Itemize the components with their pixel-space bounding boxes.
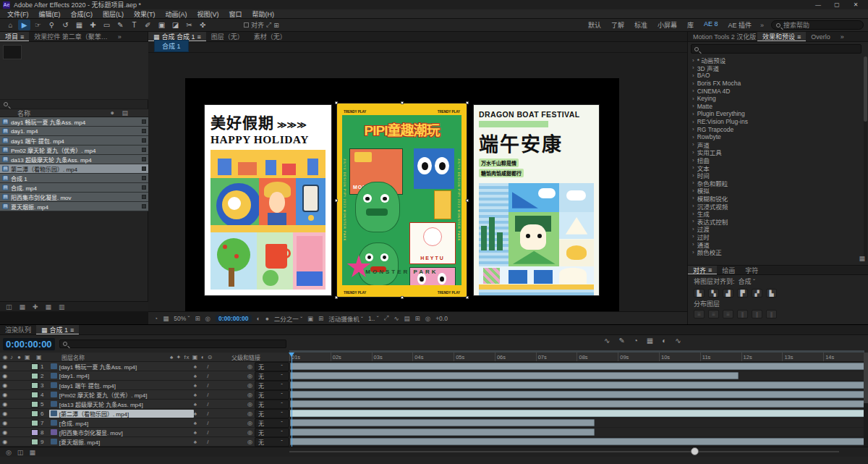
layer-row[interactable]: ◉ 2 [day1. mp4] ♠ / ◎ 无ˇ — [0, 371, 289, 381]
project-file-row[interactable]: ▤ 夏天烟振. mp4 — [0, 202, 148, 211]
snap-icon-a[interactable]: ⤢ — [266, 21, 271, 29]
toolbar-tool-icon[interactable]: ▭ — [101, 20, 113, 30]
chevron-right-icon[interactable]: › — [692, 103, 694, 109]
magnification-icon[interactable]: ▦ — [163, 315, 169, 322]
layer-name[interactable]: [Pm02 摩天轮 夏九（优秀）. mp4] — [49, 391, 194, 399]
effects-category-row[interactable]: › 过时 — [689, 233, 861, 241]
pickwhip-icon[interactable]: ◎ — [247, 429, 252, 436]
timeline-zoom-slider[interactable] — [289, 451, 839, 452]
layer-parent[interactable]: ◎ 无ˇ — [247, 409, 289, 418]
layer-switches[interactable]: ♠ / — [194, 420, 247, 426]
toolbar-tool-icon[interactable]: ⌂ — [4, 20, 17, 30]
selection-handle[interactable] — [335, 296, 338, 299]
distribute-bottom-button[interactable]: ≡ — [723, 310, 733, 319]
frame-blend-icon[interactable]: ▦ — [647, 337, 653, 345]
layer-duration-bar[interactable] — [290, 391, 865, 398]
effects-category-row[interactable]: › Rowbyte — [689, 133, 861, 141]
project-file-row[interactable]: ▤ day1 端午 提包. mp4 — [0, 136, 148, 145]
project-file-row[interactable]: ▤ day1 畅玩一夏 九条Ass. mp4 — [0, 117, 148, 127]
chevron-right-icon[interactable]: › — [692, 141, 694, 148]
selection-handle[interactable] — [401, 101, 404, 104]
layer-bar-row[interactable] — [289, 362, 864, 371]
layer-name[interactable]: [day1 端午 提包. mp4] — [49, 381, 194, 389]
tab-paint[interactable]: 绘画 — [717, 266, 740, 274]
pickwhip-icon[interactable]: ◎ — [247, 439, 252, 445]
layer-label-chip[interactable] — [31, 373, 38, 379]
toolbar-tool-icon[interactable]: ✎ — [114, 20, 127, 30]
layer-name[interactable]: [阳西集市剑化凝显. mov] — [49, 429, 194, 436]
chevron-right-icon[interactable]: › — [692, 195, 694, 201]
graph-editor-icon[interactable]: ∿ — [675, 337, 681, 345]
effects-category-row[interactable]: › 过渡 — [689, 225, 861, 233]
poster-happy-holiday[interactable]: 美好假期 ≫≫≫ HAPPY HOLIDAY — [205, 105, 331, 295]
timeline-timecode[interactable]: 0:00:00:00 — [3, 338, 55, 350]
toolbar-tool-icon[interactable]: ✐ — [142, 20, 154, 30]
help-search[interactable]: 搜索帮助 — [771, 20, 864, 30]
file-label-chip[interactable] — [142, 157, 146, 161]
layer-name[interactable]: [夏天烟振. mp4] — [49, 438, 194, 446]
chevron-right-icon[interactable]: › — [692, 80, 694, 87]
distribute-left-button[interactable]: ∥ — [737, 310, 748, 319]
chevron-right-icon[interactable]: › — [692, 172, 694, 179]
grid-options-icon[interactable]: ⊞ — [195, 315, 200, 322]
zoom-level[interactable]: 50% ˇ — [174, 315, 190, 322]
fast-previews-icon[interactable]: ∿ — [393, 315, 399, 322]
tab-overflow-icon[interactable]: » — [113, 32, 127, 41]
selection-handle[interactable] — [335, 101, 338, 104]
pickwhip-icon[interactable]: ◎ — [247, 410, 252, 417]
layer-parent[interactable]: ◎ 无ˇ — [247, 390, 289, 400]
chevron-right-icon[interactable]: › — [692, 203, 694, 209]
layer-name-column[interactable]: 图层名称 — [61, 353, 170, 361]
layer-name[interactable]: [day1 畅玩一夏 九条Ass. mp4] — [49, 363, 194, 371]
effects-category-row[interactable]: › 颜色校正 — [689, 248, 861, 256]
tab-project[interactable]: 项目≡ — [0, 32, 29, 41]
maximize-button[interactable]: ▢ — [827, 1, 846, 8]
layer-parent[interactable]: ◎ 无ˇ — [247, 381, 289, 390]
layer-bar-row[interactable] — [289, 437, 864, 447]
toolbar-tool-icon[interactable]: ✚ — [87, 20, 99, 30]
layer-switches[interactable]: ♠ / — [194, 363, 247, 370]
layer-row[interactable]: ◉ 1 [day1 畅玩一夏 九条Ass. mp4] ♠ / ◎ 无ˇ — [0, 362, 289, 371]
parent-link-column[interactable]: 父级和链接 — [231, 353, 260, 361]
workspace-item[interactable]: 默认 — [588, 20, 601, 30]
distribute-top-button[interactable]: ≡ — [694, 310, 705, 319]
layer-row[interactable]: ◉ 4 [Pm02 摩天轮 夏九（优秀）. mp4] ♠ / ◎ 无ˇ — [0, 390, 289, 400]
exposure-icon[interactable]: ◎ — [425, 315, 430, 322]
layer-row[interactable]: ◉ 8 [阳西集市剑化凝显. mov] ♠ / ◎ 无ˇ — [0, 428, 289, 437]
layer-parent[interactable]: ◎ 无ˇ — [247, 418, 289, 428]
pickwhip-icon[interactable]: ◎ — [247, 392, 252, 398]
tab-effect-controls[interactable]: 效果控件 第二章（聚苯… — [29, 32, 113, 41]
file-label-chip[interactable] — [142, 195, 146, 199]
workspace-item[interactable]: AE 8 — [704, 20, 718, 30]
layer-switches[interactable]: ♠ / — [194, 439, 247, 445]
layer-eye-icon[interactable]: ◉ — [0, 439, 10, 445]
layer-duration-bar[interactable] — [290, 429, 595, 436]
file-label-chip[interactable] — [142, 166, 146, 171]
chevron-right-icon[interactable]: › — [692, 218, 694, 224]
always-preview-icon[interactable]: ◔ — [154, 315, 158, 322]
effects-category-row[interactable]: › 文本 — [689, 164, 861, 172]
list-view-icon[interactable]: ◫ — [6, 303, 12, 311]
layer-row[interactable]: ◉ 3 [day1 端午 提包. mp4] ♠ / ◎ 无ˇ — [0, 381, 289, 390]
chevron-right-icon[interactable]: › — [692, 249, 694, 256]
layer-label-chip[interactable] — [31, 429, 38, 436]
tab-render-queue[interactable]: 渲染队列 — [0, 325, 36, 334]
layer-row[interactable]: ◉ 9 [夏天烟振. mp4] ♠ / ◎ 无ˇ — [0, 437, 289, 447]
layer-bar-row[interactable] — [289, 381, 864, 390]
layer-parent[interactable]: ◎ 无ˇ — [247, 437, 289, 447]
project-file-row[interactable]: ▤ 阳西集市剑化凝显. mov — [0, 193, 148, 202]
draft3d-icon[interactable]: ✎ — [618, 337, 624, 345]
poster-dragon-boat[interactable]: DRAGON BOAT FESTIVAL 端午安康 万水千山粽是情 糖馅肉馅咸甜… — [474, 105, 599, 295]
chevron-right-icon[interactable]: › — [692, 64, 694, 71]
pickwhip-icon[interactable]: ◎ — [247, 382, 252, 389]
align-bottom-button[interactable]: ▙ — [766, 289, 777, 298]
chevron-right-icon[interactable]: › — [692, 96, 694, 102]
layer-parent[interactable]: ◎ 无ˇ — [247, 428, 289, 437]
layer-name[interactable]: [合成. mp4] — [49, 419, 194, 427]
project-file-row[interactable]: ▤ da13 超级摩天轮 九条Ass. mp4 — [0, 155, 148, 164]
selection-handle[interactable] — [401, 296, 404, 299]
effects-category-row[interactable]: › Plugin Everything — [689, 110, 861, 118]
file-label-chip[interactable] — [142, 129, 146, 133]
workspace-item[interactable]: 小屏幕 — [658, 20, 677, 30]
selection-handle[interactable] — [335, 199, 338, 202]
